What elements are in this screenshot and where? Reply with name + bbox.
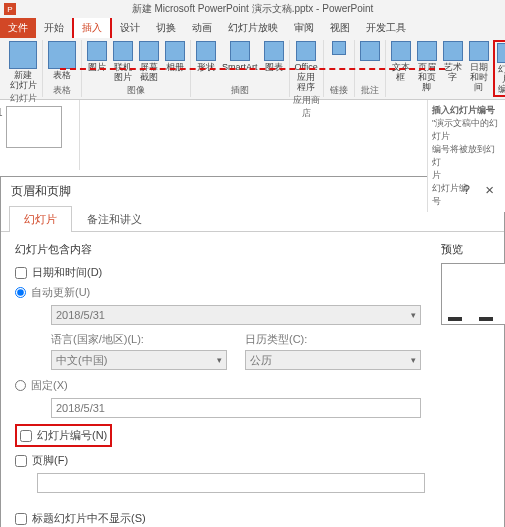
tab-review[interactable]: 审阅: [286, 18, 322, 38]
group-label-tables: 表格: [53, 84, 71, 97]
tab-slideshow[interactable]: 幻灯片放映: [220, 18, 286, 38]
group-label-comments: 批注: [361, 84, 379, 97]
app-icon: P: [4, 3, 16, 15]
input-fixed-date[interactable]: 2018/5/31: [51, 398, 421, 418]
dialog-tab-notes[interactable]: 备注和讲义: [72, 206, 157, 232]
preview-label: 预览: [441, 242, 505, 257]
ribbon-table[interactable]: 表格: [46, 40, 78, 81]
chart-icon: [264, 41, 284, 61]
checkbox-datetime-row[interactable]: 日期和时间(D): [15, 265, 425, 280]
tab-animations[interactable]: 动画: [184, 18, 220, 38]
tab-transitions[interactable]: 切换: [148, 18, 184, 38]
tab-file[interactable]: 文件: [0, 18, 36, 38]
ribbon-screenshot[interactable]: 屏幕截图: [137, 40, 161, 83]
slidenum-icon: [497, 43, 505, 63]
help-icon[interactable]: ?: [463, 183, 470, 197]
ribbon-new-slide[interactable]: 新建 幻灯片: [7, 40, 39, 91]
input-footer[interactable]: [37, 473, 425, 493]
ribbon-comment[interactable]: [358, 40, 382, 63]
wordart-icon: [443, 41, 463, 61]
chevron-down-icon: ▾: [411, 355, 416, 365]
checkbox-hide-title[interactable]: [15, 513, 27, 525]
title-bar: P 新建 Microsoft PowerPoint 演示文稿.pptx - Po…: [0, 0, 505, 18]
office-icon: [296, 41, 316, 61]
checkbox-datetime[interactable]: [15, 267, 27, 279]
group-label-links: 链接: [330, 84, 348, 97]
table-icon: [48, 41, 76, 69]
checkbox-footer[interactable]: [15, 455, 27, 467]
ribbon-link[interactable]: [327, 40, 351, 57]
radio-fixed[interactable]: [15, 380, 26, 391]
tab-view[interactable]: 视图: [322, 18, 358, 38]
pictures-icon: [87, 41, 107, 61]
slide-thumb-1[interactable]: [6, 106, 62, 148]
header-footer-icon: [417, 41, 437, 61]
ribbon: 新建 幻灯片 幻灯片 表格 表格 图片 联机图片 屏幕截图 相册 图像 形状 S…: [0, 38, 505, 100]
combo-language[interactable]: 中文(中国)▾: [51, 350, 227, 370]
group-label-store: 应用商店: [293, 94, 320, 120]
close-icon[interactable]: ×: [485, 181, 494, 198]
ribbon-header-footer[interactable]: 页眉和页脚: [415, 40, 439, 93]
window-title: 新建 Microsoft PowerPoint 演示文稿.pptx - Powe…: [132, 2, 374, 16]
dialog-tab-slide[interactable]: 幻灯片: [9, 206, 72, 232]
new-slide-icon: [9, 41, 37, 69]
tab-home[interactable]: 开始: [36, 18, 72, 38]
radio-fixed-row[interactable]: 固定(X): [15, 378, 425, 393]
combo-date-format[interactable]: 2018/5/31▾: [51, 305, 421, 325]
chevron-down-icon: ▾: [217, 355, 222, 365]
group-label-images: 图像: [127, 84, 145, 97]
combo-calendar[interactable]: 公历▾: [245, 350, 421, 370]
label-fixed: 固定(X): [31, 378, 68, 393]
label-calendar: 日历类型(C):: [245, 332, 421, 347]
online-pic-icon: [113, 41, 133, 61]
dialog-title-text: 页眉和页脚: [11, 183, 71, 200]
link-icon: [332, 41, 346, 55]
smartart-icon: [230, 41, 250, 61]
label-autoupdate: 自动更新(U): [31, 285, 90, 300]
checkbox-slidenum[interactable]: [20, 430, 32, 442]
ribbon-slide-number[interactable]: 幻灯片 编号: [493, 40, 505, 97]
slide-thumbnails-panel: [0, 100, 80, 170]
ribbon-datetime[interactable]: 日期和时间: [467, 40, 491, 93]
ribbon-office-addin[interactable]: Office 应用程序: [293, 40, 320, 93]
header-footer-dialog: 页眉和页脚 ? × 幻灯片 备注和讲义 幻灯片包含内容 日期和时间(D) 自动更…: [0, 176, 505, 527]
tooltip-title: 插入幻灯片编号: [432, 104, 501, 117]
label-footer: 页脚(F): [32, 453, 68, 468]
radio-autoupdate[interactable]: [15, 287, 26, 298]
checkbox-footer-row[interactable]: 页脚(F): [15, 453, 425, 468]
tab-developer[interactable]: 开发工具: [358, 18, 414, 38]
radio-autoupdate-row[interactable]: 自动更新(U): [15, 285, 425, 300]
chevron-down-icon: ▾: [411, 310, 416, 320]
ribbon-online-pic[interactable]: 联机图片: [111, 40, 135, 83]
ribbon-textbox[interactable]: 文本框: [389, 40, 413, 83]
datetime-icon: [469, 41, 489, 61]
label-hide-title: 标题幻灯片中不显示(S): [32, 511, 146, 526]
comment-icon: [360, 41, 380, 61]
dialog-titlebar: 页眉和页脚 ? ×: [1, 177, 504, 205]
ribbon-wordart[interactable]: 艺术字: [441, 40, 465, 83]
tab-insert[interactable]: 插入: [72, 16, 112, 38]
group-label-illust: 插图: [231, 84, 249, 97]
label-datetime: 日期和时间(D): [32, 265, 102, 280]
include-label: 幻灯片包含内容: [15, 242, 425, 257]
checkbox-hide-title-row[interactable]: 标题幻灯片中不显示(S): [15, 511, 425, 526]
label-slidenum: 幻灯片编号(N): [37, 428, 107, 443]
highlight-slidenum: 幻灯片编号(N): [15, 424, 112, 447]
screenshot-icon: [139, 41, 159, 61]
tab-design[interactable]: 设计: [112, 18, 148, 38]
shapes-icon: [196, 41, 216, 61]
checkbox-slidenum-row[interactable]: 幻灯片编号(N): [20, 428, 107, 443]
ribbon-tabs: 文件 开始 插入 设计 切换 动画 幻灯片放映 审阅 视图 开发工具: [0, 18, 505, 38]
label-language: 语言(国家/地区)(L):: [51, 332, 227, 347]
album-icon: [165, 41, 185, 61]
textbox-icon: [391, 41, 411, 61]
preview-box: [441, 263, 505, 325]
annotation-dash-line: [60, 68, 445, 70]
group-label-slides: 幻灯片: [10, 92, 37, 105]
